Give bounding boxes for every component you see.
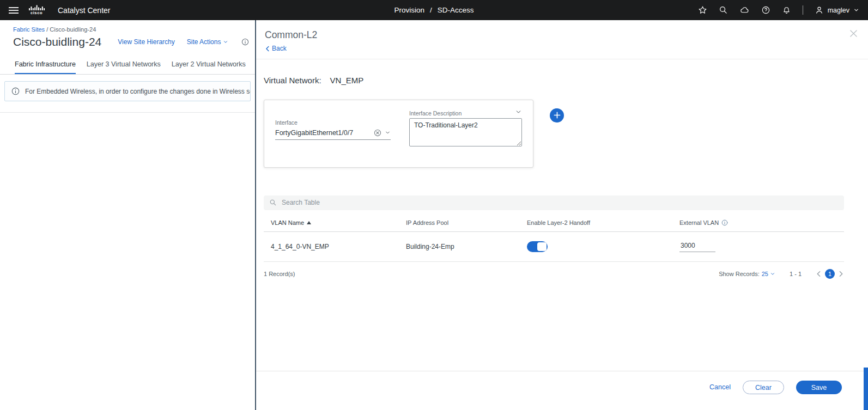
show-records-value: 25 xyxy=(762,271,768,277)
back-label: Back xyxy=(272,45,287,52)
wireless-info-banner: For Embedded Wireless, in order to confi… xyxy=(4,81,251,101)
banner-text: For Embedded Wireless, in order to confi… xyxy=(25,88,251,95)
column-enable-layer2-handoff[interactable]: Enable Layer-2 Handoff xyxy=(520,219,672,226)
user-icon xyxy=(815,5,824,15)
search-icon[interactable] xyxy=(719,5,728,15)
collapse-chevron-icon[interactable] xyxy=(515,108,522,115)
common-l2-panel: Common-L2 Back Virtual Network: VN_EMP I… xyxy=(256,20,868,410)
column-label: VLAN Name xyxy=(271,219,304,226)
chevron-down-icon xyxy=(853,7,859,13)
favorites-star-icon[interactable] xyxy=(698,5,707,15)
page-title-row: Cisco-buidling-24 View Site Hierarchy Si… xyxy=(0,33,255,48)
show-records-select[interactable]: 25 xyxy=(762,271,775,277)
page-number-button[interactable]: 1 xyxy=(825,269,835,279)
external-vlan-cell xyxy=(672,241,844,252)
table-row: 4_1_64_0-VN_EMP Building-24-Emp xyxy=(264,232,844,262)
info-icon xyxy=(11,87,20,95)
next-page-icon[interactable] xyxy=(839,271,844,277)
cisco-logo-word: cisco xyxy=(31,11,43,15)
topbar-left: cisco Catalyst Center xyxy=(9,5,110,15)
tab-fabric-infrastructure[interactable]: Fabric Infrastructure xyxy=(15,56,76,75)
interface-description-label: Interface Description xyxy=(409,110,462,117)
search-table-input[interactable] xyxy=(282,199,839,206)
interface-description-field: Interface Description TO-Traditional-Lay… xyxy=(409,110,522,157)
site-tabs: Fabric Infrastructure Layer 3 Virtual Ne… xyxy=(0,56,255,75)
interface-form-row: Interface FortyGigabitEthernet1/0/7 xyxy=(264,100,844,168)
breadcrumb-sd-access[interactable]: SD-Access xyxy=(438,6,474,14)
topbar-divider xyxy=(803,5,803,15)
external-vlan-input[interactable] xyxy=(679,241,715,252)
info-icon[interactable] xyxy=(721,219,728,226)
breadcrumb-separator: / xyxy=(46,26,48,33)
sort-ascending-icon xyxy=(307,221,311,224)
chevron-down-icon[interactable] xyxy=(385,130,391,136)
interface-label: Interface xyxy=(275,119,391,126)
add-interface-button[interactable] xyxy=(550,108,564,123)
vlan-name-cell: 4_1_64_0-VN_EMP xyxy=(264,243,399,250)
chevron-down-icon xyxy=(770,271,775,277)
show-records: Show Records: 25 xyxy=(719,271,775,277)
breadcrumb-provision[interactable]: Provision xyxy=(394,6,424,14)
page-range: 1 - 1 xyxy=(790,271,802,277)
column-label: Enable Layer-2 Handoff xyxy=(527,219,590,226)
menu-icon[interactable] xyxy=(9,7,19,14)
app-title: Catalyst Center xyxy=(58,6,110,15)
tab-layer2-virtual-networks[interactable]: Layer 2 Virtual Networks xyxy=(172,56,246,75)
cisco-logo-icon: cisco xyxy=(28,5,45,15)
save-button[interactable]: Save xyxy=(796,381,842,394)
topbar-actions: maglev xyxy=(698,5,859,15)
pagination: Show Records: 25 1 - 1 1 xyxy=(719,269,844,279)
view-site-hierarchy-link[interactable]: View Site Hierarchy xyxy=(118,38,174,46)
table-footer: 1 Record(s) Show Records: 25 1 - 1 xyxy=(264,269,844,279)
site-info-icon[interactable] xyxy=(241,38,249,46)
cloud-icon[interactable] xyxy=(739,5,750,15)
ip-address-pool-cell: Building-24-Emp xyxy=(399,243,520,250)
virtual-network-label: Virtual Network: xyxy=(264,76,321,85)
description-header: Interface Description xyxy=(409,110,522,117)
column-external-vlan[interactable]: External VLAN xyxy=(672,219,844,226)
layer2-handoff-toggle[interactable] xyxy=(527,241,548,252)
breadcrumb-fabric-sites[interactable]: Fabric Sites xyxy=(13,26,45,33)
topbar: cisco Catalyst Center Provision / SD-Acc… xyxy=(0,0,868,20)
cancel-button[interactable]: Cancel xyxy=(709,383,731,391)
tab-layer3-virtual-networks[interactable]: Layer 3 Virtual Networks xyxy=(87,56,161,75)
interface-select[interactable]: FortyGigabitEthernet1/0/7 xyxy=(275,126,391,140)
panel-header: Common-L2 Back xyxy=(256,20,868,54)
record-count: 1 Record(s) xyxy=(264,271,295,277)
close-icon[interactable] xyxy=(850,30,857,37)
breadcrumb-current: Cisco-buidling-24 xyxy=(50,26,96,33)
panel-header-divider xyxy=(256,59,868,59)
breadcrumb: Fabric Sites / Cisco-buidling-24 xyxy=(0,20,255,33)
plus-icon xyxy=(554,112,561,119)
column-ip-address-pool[interactable]: IP Address Pool xyxy=(399,219,520,226)
user-menu[interactable]: maglev xyxy=(815,5,859,15)
chevron-left-icon xyxy=(265,46,270,52)
username-label: maglev xyxy=(828,7,849,14)
back-link[interactable]: Back xyxy=(265,45,287,52)
virtual-network-row: Virtual Network: VN_EMP xyxy=(264,76,844,85)
fabric-site-page: Fabric Sites / Cisco-buidling-24 Cisco-b… xyxy=(0,20,256,410)
content-area: Fabric Sites / Cisco-buidling-24 Cisco-b… xyxy=(0,20,868,410)
interface-card: Interface FortyGigabitEthernet1/0/7 xyxy=(264,100,533,168)
scrollbar xyxy=(864,20,868,410)
clear-selection-icon[interactable] xyxy=(374,129,381,137)
chevron-down-icon xyxy=(223,39,228,45)
scrollbar-thumb[interactable] xyxy=(864,368,868,410)
panel-body: Virtual Network: VN_EMP Interface FortyG… xyxy=(256,76,868,279)
app-root: cisco Catalyst Center Provision / SD-Acc… xyxy=(0,0,868,410)
toggle-knob xyxy=(537,242,547,251)
site-actions-label: Site Actions xyxy=(187,38,221,46)
section-divider xyxy=(0,112,255,113)
interface-description-input[interactable]: TO-Traditional-Layer2 xyxy=(409,118,522,146)
clear-button[interactable]: Clear xyxy=(743,381,784,394)
column-label: IP Address Pool xyxy=(406,219,448,226)
previous-page-icon[interactable] xyxy=(816,271,821,277)
virtual-network-value: VN_EMP xyxy=(330,76,364,85)
help-icon[interactable] xyxy=(761,5,770,15)
notifications-bell-icon[interactable] xyxy=(782,5,791,15)
page-title: Cisco-buidling-24 xyxy=(13,35,101,48)
column-vlan-name[interactable]: VLAN Name xyxy=(264,219,399,226)
site-actions-dropdown[interactable]: Site Actions xyxy=(187,38,229,46)
panel-action-bar: Cancel Clear Save xyxy=(256,371,868,410)
table-search-bar xyxy=(264,195,844,210)
